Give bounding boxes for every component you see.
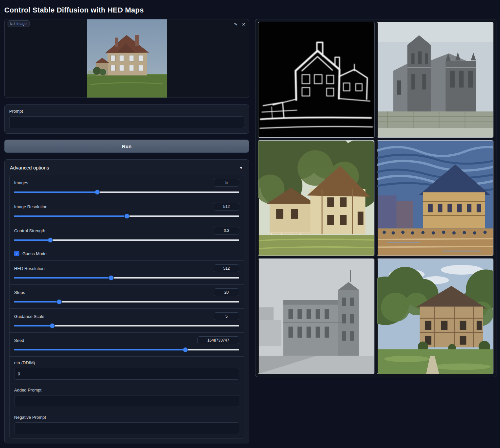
- image-resolution-slider[interactable]: [14, 213, 239, 219]
- slider-handle[interactable]: [95, 190, 100, 194]
- slider-fill: [14, 301, 59, 302]
- control-strength-slider[interactable]: [14, 237, 239, 243]
- advanced-options-form: Images Image Resolution: [9, 175, 244, 438]
- image-resolution-row: Image Resolution: [10, 199, 244, 223]
- seed-label: Seed: [14, 338, 24, 343]
- slider-handle[interactable]: [57, 300, 61, 304]
- advanced-options-header[interactable]: Advanced options ▼: [9, 164, 244, 175]
- gallery-item-stylized-painting[interactable]: [377, 140, 493, 256]
- control-strength-label: Control Strength: [14, 228, 45, 233]
- grayscale-building-image: [258, 259, 374, 374]
- advanced-options-block: Advanced options ▼ Images: [4, 159, 249, 443]
- slider-fill: [14, 277, 111, 279]
- image-resolution-label: Image Resolution: [14, 204, 47, 209]
- eta-row: eta (DDIM): [10, 356, 244, 384]
- steps-row: Steps: [10, 284, 244, 308]
- images-value-input[interactable]: [214, 179, 239, 187]
- guidance-scale-label: Guidance Scale: [14, 314, 44, 319]
- chevron-down-icon: ▼: [239, 166, 243, 170]
- control-strength-value-input[interactable]: [214, 227, 239, 235]
- images-label: Images: [14, 180, 28, 185]
- slider-fill: [14, 191, 97, 193]
- image-icon: [11, 22, 14, 26]
- stylized-painting-image: [377, 141, 493, 256]
- guidance-scale-row: Guidance Scale: [10, 308, 244, 332]
- slider-handle[interactable]: [125, 214, 129, 218]
- slider-fill: [14, 325, 52, 326]
- guidance-scale-slider[interactable]: [14, 323, 239, 328]
- advanced-options-label: Advanced options: [10, 165, 49, 170]
- guess-mode-checkbox[interactable]: ✓ Guess Mode: [14, 251, 47, 256]
- steps-label: Steps: [14, 290, 25, 295]
- gallery-item-cathedral[interactable]: [377, 22, 493, 138]
- guidance-scale-value-input[interactable]: [214, 312, 239, 320]
- gallery-item-grayscale-building[interactable]: [258, 258, 374, 374]
- hed-resolution-row: HED Resolution: [10, 260, 244, 284]
- output-gallery: [255, 19, 496, 377]
- steps-value-input[interactable]: [214, 288, 239, 296]
- cathedral-image: [377, 22, 493, 137]
- guess-mode-label: Guess Mode: [22, 251, 47, 256]
- seed-value-input[interactable]: [197, 336, 239, 344]
- control-strength-row: Control Strength: [10, 223, 244, 247]
- negative-prompt-row: Negative Prompt: [10, 411, 244, 438]
- image-label: Image: [16, 22, 27, 26]
- slider-handle[interactable]: [183, 347, 188, 352]
- negative-prompt-label: Negative Prompt: [14, 415, 239, 420]
- house-painting-image: [258, 141, 374, 256]
- app-root: Control Stable Diffusion with HED Maps I…: [0, 0, 500, 448]
- slider-handle[interactable]: [109, 276, 113, 280]
- added-prompt-input[interactable]: [14, 395, 239, 407]
- check-icon: ✓: [15, 252, 18, 256]
- run-button[interactable]: Run: [4, 140, 249, 153]
- country-house-image: [377, 259, 493, 374]
- main-layout: Image ✎ ✕: [4, 19, 496, 443]
- steps-slider[interactable]: [14, 299, 239, 304]
- added-prompt-row: Added Prompt: [10, 384, 244, 411]
- gallery-item-house-painting[interactable]: [258, 140, 374, 256]
- clear-image-button[interactable]: ✕: [242, 22, 246, 27]
- image-resolution-value-input[interactable]: [214, 203, 239, 211]
- gallery-item-country-house[interactable]: [377, 258, 493, 374]
- hed-resolution-value-input[interactable]: [214, 264, 239, 272]
- input-image[interactable]: [5, 19, 249, 98]
- slider-fill: [14, 349, 185, 350]
- image-actions: ✎ ✕: [234, 22, 246, 27]
- guess-mode-row: ✓ Guess Mode: [10, 247, 244, 260]
- slider-fill: [14, 215, 127, 217]
- hed-resolution-label: HED Resolution: [14, 266, 45, 271]
- prompt-block: Prompt: [4, 104, 249, 134]
- edit-image-button[interactable]: ✎: [234, 22, 238, 27]
- hed-edge-map-image: [258, 22, 374, 137]
- page-title: Control Stable Diffusion with HED Maps: [4, 3, 496, 19]
- slider-handle[interactable]: [48, 238, 53, 242]
- images-slider[interactable]: [14, 190, 239, 195]
- images-row: Images: [10, 175, 244, 199]
- hed-resolution-slider[interactable]: [14, 275, 239, 280]
- slider-handle[interactable]: [50, 324, 55, 328]
- seed-row: Seed: [10, 332, 244, 356]
- eta-input[interactable]: [14, 368, 239, 380]
- prompt-input[interactable]: [9, 116, 244, 128]
- input-house-photo: [87, 19, 167, 98]
- seed-slider[interactable]: [14, 347, 239, 352]
- image-input-block: Image ✎ ✕: [4, 19, 249, 98]
- negative-prompt-input[interactable]: [14, 422, 239, 434]
- slider-fill: [14, 239, 50, 241]
- prompt-label: Prompt: [9, 109, 244, 114]
- added-prompt-label: Added Prompt: [14, 388, 239, 392]
- controls-column: Image ✎ ✕: [4, 19, 249, 443]
- checkbox-checked-icon: ✓: [14, 251, 19, 256]
- eta-label: eta (DDIM): [14, 360, 239, 365]
- gallery-item-hed-edge-map[interactable]: [258, 22, 374, 138]
- image-label-badge: Image: [8, 20, 30, 27]
